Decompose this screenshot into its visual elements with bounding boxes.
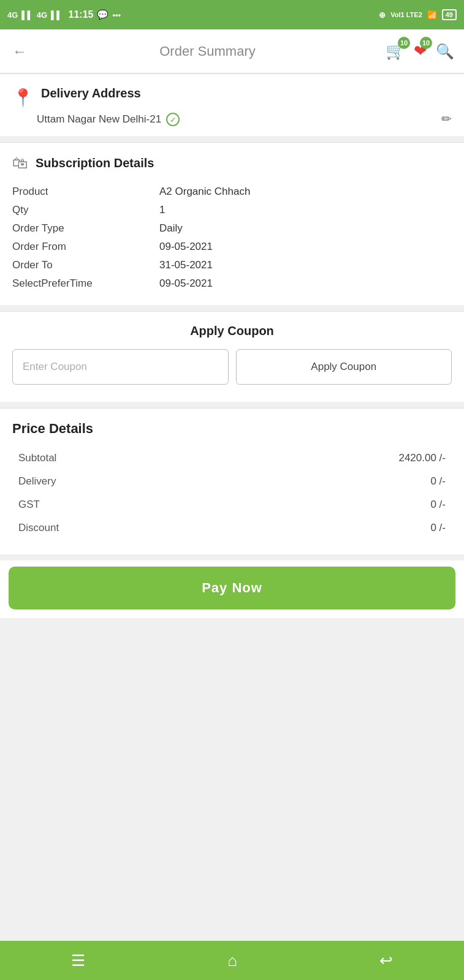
status-bar: 4G ▌▌ 4G ▌▌ 11:15 💬 ••• ⊕ Vol1 LTE2 📶 49 <box>0 0 464 29</box>
signal-icon1: ▌▌ <box>21 10 32 20</box>
page-title: Order Summary <box>37 43 378 59</box>
back-button[interactable]: ← <box>10 40 29 62</box>
bag-icon: 🛍 <box>12 154 28 173</box>
heart-icon-wrap[interactable]: ❤ 10 <box>414 42 427 61</box>
subscription-row: Order To 31-05-2021 <box>12 256 452 274</box>
heart-badge: 10 <box>420 37 432 49</box>
price-row: Discount 0 /- <box>12 516 452 540</box>
nav-menu-button[interactable]: ☰ <box>71 951 85 970</box>
subscription-row: Order Type Daily <box>12 219 452 238</box>
subscription-row: SelectPreferTime 09-05-2021 <box>12 274 452 293</box>
header-icons: 🛒 10 ❤ 10 🔍 <box>386 42 454 61</box>
wifi-icon: 📶 <box>427 10 437 20</box>
price-label: Discount <box>12 522 59 534</box>
edit-address-button[interactable]: ✏ <box>441 111 452 126</box>
status-right: ⊕ Vol1 LTE2 📶 49 <box>379 9 457 20</box>
search-button[interactable]: 🔍 <box>436 43 454 60</box>
delivery-header-row: 📍 Delivery Address <box>12 86 452 108</box>
price-label: Delivery <box>12 475 56 488</box>
pay-now-button[interactable]: Pay Now <box>9 567 455 609</box>
sub-label: Order Type <box>12 222 159 235</box>
apply-coupon-button[interactable]: Apply Coupon <box>236 349 452 385</box>
sub-value: Daily <box>159 222 183 235</box>
pay-now-wrap: Pay Now <box>0 560 464 618</box>
subscription-row: Order From 09-05-2021 <box>12 238 452 256</box>
price-row: Delivery 0 /- <box>12 470 452 493</box>
address-verified-icon: ✓ <box>166 113 180 126</box>
price-label: GST <box>12 499 40 511</box>
network2-label: 4G <box>37 10 47 20</box>
price-value: 0 /- <box>430 522 452 534</box>
cart-icon-wrap[interactable]: 🛒 10 <box>386 42 405 61</box>
coupon-row: Apply Coupon <box>12 349 452 385</box>
time-label: 11:15 <box>69 9 94 20</box>
nav-back-button[interactable]: ↩ <box>379 951 393 970</box>
cart-badge: 10 <box>398 37 410 49</box>
whatsapp-icon: 💬 <box>97 9 108 20</box>
sub-label: Order To <box>12 259 159 271</box>
signal-icon2: ▌▌ <box>51 10 62 20</box>
sub-label: Product <box>12 186 159 198</box>
subscription-row: Qty 1 <box>12 201 452 219</box>
location-icon: 📍 <box>12 88 34 108</box>
price-label: Subtotal <box>12 452 56 464</box>
header: ← Order Summary 🛒 10 ❤ 10 🔍 <box>0 29 464 74</box>
sub-value: 1 <box>159 204 165 216</box>
sub-value: 31-05-2021 <box>159 259 213 271</box>
price-value: 2420.00 /- <box>398 452 452 464</box>
delivery-address-text: Uttam Nagar New Delhi-21 ✓ <box>37 113 452 126</box>
coupon-input[interactable] <box>12 349 229 385</box>
bluetooth-icon: ⊕ <box>379 10 386 20</box>
price-value: 0 /- <box>430 499 452 511</box>
status-left: 4G ▌▌ 4G ▌▌ 11:15 💬 ••• <box>7 9 121 20</box>
price-details-section: Price Details Subtotal 2420.00 /- Delive… <box>0 409 464 554</box>
sub-value: 09-05-2021 <box>159 241 213 253</box>
price-row: GST 0 /- <box>12 493 452 516</box>
price-table: Subtotal 2420.00 /- Delivery 0 /- GST 0 … <box>12 447 452 540</box>
price-row: Subtotal 2420.00 /- <box>12 447 452 470</box>
coupon-section-title: Apply Coupon <box>12 324 452 338</box>
network1-label: 4G <box>7 10 18 20</box>
sub-value: A2 Organic Chhach <box>159 186 250 198</box>
delivery-title: Delivery Address <box>41 86 141 100</box>
vol-icon: Vol1 LTE2 <box>390 11 422 18</box>
sub-label: Order From <box>12 241 159 253</box>
bottom-nav: ☰ ⌂ ↩ <box>0 941 464 980</box>
delivery-address-section: 📍 Delivery Address Uttam Nagar New Delhi… <box>0 74 464 136</box>
nav-home-button[interactable]: ⌂ <box>227 951 237 970</box>
battery-indicator: 49 <box>442 9 457 20</box>
sub-label: Qty <box>12 204 159 216</box>
coupon-section: Apply Coupon Apply Coupon <box>0 312 464 402</box>
subscription-details-section: 🛍 Subscription Details Product A2 Organi… <box>0 143 464 305</box>
sub-value: 09-05-2021 <box>159 277 213 290</box>
sub-label: SelectPreferTime <box>12 277 159 290</box>
subscription-table: Product A2 Organic Chhach Qty 1 Order Ty… <box>12 183 452 293</box>
price-details-title: Price Details <box>12 421 452 437</box>
price-value: 0 /- <box>430 475 452 488</box>
dots-icon: ••• <box>112 10 121 20</box>
subscription-title: Subscription Details <box>36 156 154 170</box>
subscription-row: Product A2 Organic Chhach <box>12 183 452 201</box>
sub-header: 🛍 Subscription Details <box>12 154 452 173</box>
